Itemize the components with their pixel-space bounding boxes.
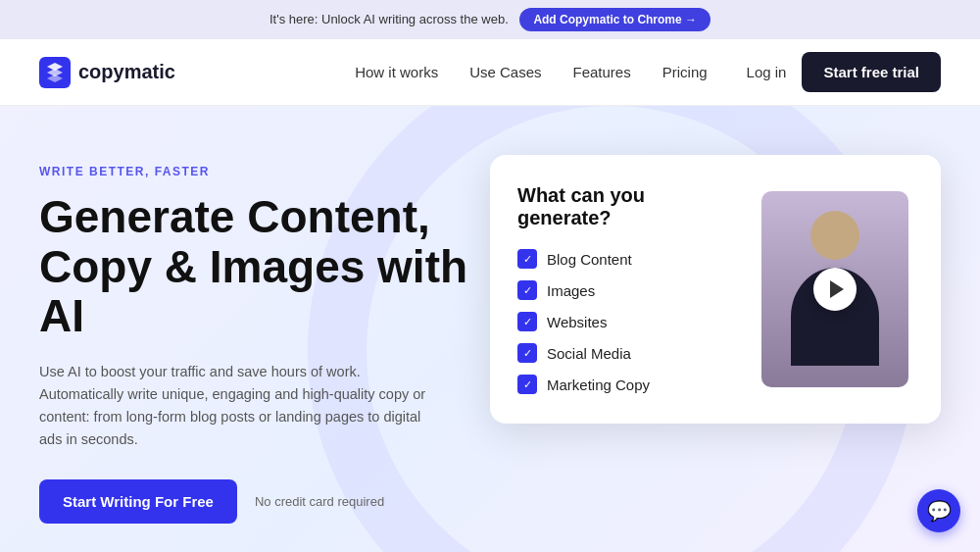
check-list: ✓ Blog Content ✓ Images ✓ Websites ✓ Soc… [517, 249, 737, 394]
headline-line2: Copy & Images with AI [39, 241, 467, 342]
checkbox-social: ✓ [517, 343, 537, 363]
card-title: What can you generate? [517, 184, 737, 229]
headline: Generate Content, Copy & Images with AI [39, 192, 490, 341]
list-item: ✓ Blog Content [517, 249, 737, 269]
banner-text: It's here: Unlock AI writing across the … [270, 12, 509, 26]
navbar: copymatic How it works Use Cases Feature… [0, 39, 980, 106]
hero-left: WRITE BETTER, FASTER Generate Content, C… [39, 145, 490, 552]
list-item: ✓ Social Media [517, 343, 737, 363]
list-item: ✓ Images [517, 280, 737, 300]
item-social: Social Media [547, 345, 631, 362]
generate-card: What can you generate? ✓ Blog Content ✓ … [490, 155, 941, 424]
item-websites: Websites [547, 314, 607, 330]
no-credit-card-text: No credit card required [255, 494, 384, 509]
cta-row: Start Writing For Free No credit card re… [39, 479, 490, 524]
person-head [810, 211, 859, 260]
item-marketing: Marketing Copy [547, 376, 650, 393]
checkbox-websites: ✓ [517, 312, 537, 331]
nav-features[interactable]: Features [573, 64, 631, 80]
headline-line1: Generate Content, [39, 191, 430, 242]
nav-use-cases[interactable]: Use Cases [469, 64, 541, 80]
play-icon [830, 280, 844, 298]
logo[interactable]: copymatic [39, 57, 175, 88]
nav-links: How it works Use Cases Features Pricing [355, 64, 707, 80]
item-images: Images [547, 282, 595, 299]
card-left: What can you generate? ✓ Blog Content ✓ … [517, 184, 737, 394]
tagline: WRITE BETTER, FASTER [39, 165, 490, 178]
checkbox-marketing: ✓ [517, 375, 537, 394]
logo-icon [39, 57, 71, 88]
nav-pricing[interactable]: Pricing [662, 64, 708, 80]
item-blog: Blog Content [547, 251, 632, 268]
list-item: ✓ Websites [517, 312, 737, 331]
nav-actions: Log in Start free trial [747, 52, 941, 92]
checkbox-images: ✓ [517, 280, 537, 300]
start-trial-button[interactable]: Start free trial [802, 52, 941, 92]
login-button[interactable]: Log in [747, 64, 787, 80]
chrome-cta-button[interactable]: Add Copymatic to Chrome → [519, 8, 710, 31]
list-item: ✓ Marketing Copy [517, 375, 737, 394]
top-banner: It's here: Unlock AI writing across the … [0, 0, 980, 39]
logo-text: copymatic [78, 61, 175, 83]
play-button[interactable] [813, 268, 857, 311]
hero-subtext: Use AI to boost your traffic and save ho… [39, 361, 431, 452]
hero-right: What can you generate? ✓ Blog Content ✓ … [490, 145, 941, 552]
start-writing-button[interactable]: Start Writing For Free [39, 479, 237, 524]
card-right [757, 184, 913, 394]
main-content: WRITE BETTER, FASTER Generate Content, C… [0, 106, 980, 552]
nav-how-it-works[interactable]: How it works [355, 64, 438, 80]
checkbox-blog: ✓ [517, 249, 537, 269]
